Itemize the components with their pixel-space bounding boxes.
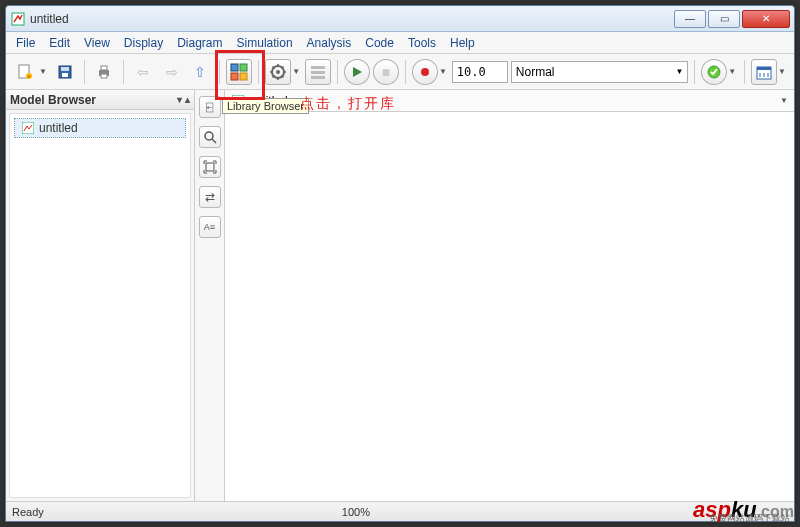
- new-button[interactable]: +: [12, 59, 38, 85]
- svg-point-15: [276, 70, 280, 74]
- library-browser-tooltip: Library Browser: [222, 98, 309, 114]
- record-dropdown-icon[interactable]: ▼: [439, 67, 447, 76]
- statusbar: Ready 100%: [6, 501, 794, 521]
- diagram-canvas[interactable]: [225, 112, 794, 501]
- save-button[interactable]: [52, 59, 78, 85]
- close-button[interactable]: ✕: [742, 10, 790, 28]
- hide-browser-button[interactable]: ⍇: [199, 96, 221, 118]
- watermark-sub: 免费网站源码下载站: [709, 512, 790, 525]
- status-zoom: 100%: [44, 506, 668, 518]
- sim-stop-time-input[interactable]: [452, 61, 508, 83]
- svg-rect-8: [101, 66, 107, 70]
- update-diagram-button[interactable]: [701, 59, 727, 85]
- schedule-dropdown-icon[interactable]: ▼: [778, 67, 786, 76]
- svg-rect-16: [311, 66, 325, 69]
- tree-root-item[interactable]: untitled: [14, 118, 186, 138]
- window-title: untitled: [30, 12, 672, 26]
- schedule-button[interactable]: [751, 59, 777, 85]
- menu-help[interactable]: Help: [450, 36, 475, 50]
- titlebar[interactable]: untitled — ▭ ✕: [6, 6, 794, 32]
- annotation-button[interactable]: A≡: [199, 216, 221, 238]
- fit-view-button[interactable]: [199, 156, 221, 178]
- library-browser-button[interactable]: [226, 59, 252, 85]
- model-browser-panel: Model Browser ▾ ▴ untitled: [6, 90, 195, 501]
- svg-point-19: [421, 68, 429, 76]
- model-browser-title: Model Browser: [10, 93, 96, 107]
- svg-rect-12: [231, 73, 238, 80]
- panel-collapse-icon[interactable]: ▾ ▴: [177, 94, 190, 105]
- tree-root-label: untitled: [39, 121, 78, 135]
- svg-point-27: [205, 132, 213, 140]
- minimize-button[interactable]: —: [674, 10, 706, 28]
- canvas-toolbar: ⍇ ⇄ A≡: [195, 90, 225, 501]
- status-text: Ready: [12, 506, 44, 518]
- menu-view[interactable]: View: [84, 36, 110, 50]
- menu-diagram[interactable]: Diagram: [177, 36, 222, 50]
- svg-rect-17: [311, 71, 325, 74]
- app-window: untitled — ▭ ✕ File Edit View Display Di…: [5, 5, 795, 522]
- model-tree[interactable]: untitled: [9, 113, 191, 498]
- svg-rect-11: [240, 64, 247, 71]
- new-dropdown-icon[interactable]: ▼: [39, 67, 47, 76]
- svg-rect-22: [757, 67, 771, 70]
- print-button[interactable]: [91, 59, 117, 85]
- svg-text:+: +: [27, 73, 31, 79]
- toolbar: + ▼ ⇦ ⇨ ⇧ ▼ ■ ▼ Normal▼ ▼ ▼: [6, 54, 794, 90]
- record-button[interactable]: [412, 59, 438, 85]
- model-explorer-button[interactable]: [305, 59, 331, 85]
- update-dropdown-icon[interactable]: ▼: [728, 67, 736, 76]
- menu-display[interactable]: Display: [124, 36, 163, 50]
- svg-rect-29: [206, 163, 214, 171]
- model-config-button[interactable]: [265, 59, 291, 85]
- app-icon: [10, 11, 26, 27]
- menu-file[interactable]: File: [16, 36, 35, 50]
- menu-code[interactable]: Code: [365, 36, 394, 50]
- menu-analysis[interactable]: Analysis: [307, 36, 352, 50]
- forward-button[interactable]: ⇨: [159, 59, 185, 85]
- config-dropdown-icon[interactable]: ▼: [292, 67, 300, 76]
- stop-button[interactable]: ■: [373, 59, 399, 85]
- model-icon: [21, 121, 35, 135]
- back-button[interactable]: ⇦: [130, 59, 156, 85]
- normal-view-button[interactable]: ⇄: [199, 186, 221, 208]
- run-button[interactable]: [344, 59, 370, 85]
- svg-rect-6: [62, 73, 68, 77]
- svg-line-28: [212, 139, 216, 143]
- sim-mode-select[interactable]: Normal▼: [511, 61, 688, 83]
- menu-tools[interactable]: Tools: [408, 36, 436, 50]
- annotation-text: 点击，打开库: [300, 95, 396, 113]
- menu-edit[interactable]: Edit: [49, 36, 70, 50]
- svg-rect-5: [61, 67, 69, 71]
- menubar: File Edit View Display Diagram Simulatio…: [6, 32, 794, 54]
- zoom-button[interactable]: [199, 126, 221, 148]
- svg-rect-18: [311, 76, 325, 79]
- breadcrumb-dropdown-icon[interactable]: ▼: [780, 96, 788, 105]
- up-button[interactable]: ⇧: [188, 59, 214, 85]
- menu-simulation[interactable]: Simulation: [237, 36, 293, 50]
- maximize-button[interactable]: ▭: [708, 10, 740, 28]
- svg-rect-9: [101, 74, 107, 78]
- svg-rect-10: [231, 64, 238, 71]
- svg-rect-13: [240, 73, 247, 80]
